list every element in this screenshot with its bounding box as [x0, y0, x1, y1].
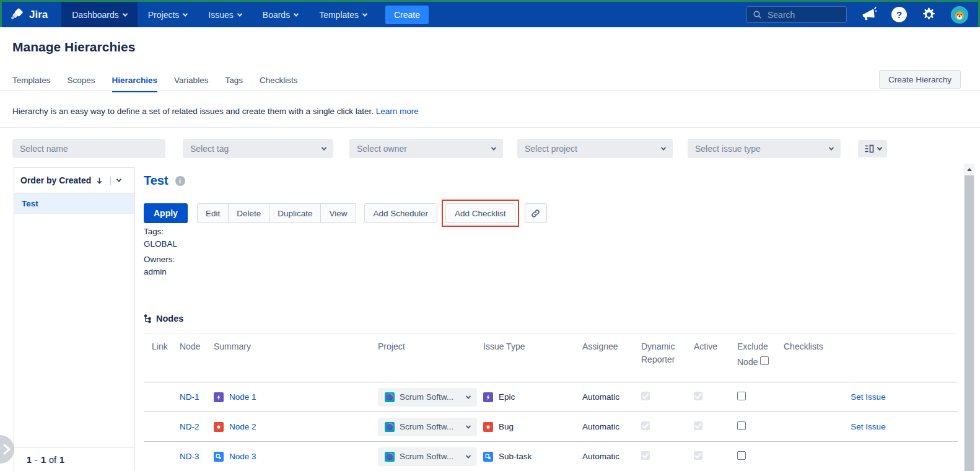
add-scheduler-button[interactable]: Add Scheduler [364, 203, 438, 223]
jira-logo[interactable]: Jira [2, 2, 61, 27]
learn-more-link[interactable]: Learn more [376, 107, 419, 116]
create-hierarchy-button[interactable]: Create Hierarchy [879, 70, 961, 89]
nav-item-issues[interactable]: Issues [198, 2, 252, 27]
action-button-group: Edit Delete Duplicate View [197, 203, 356, 223]
node-key-link[interactable]: ND-2 [180, 422, 199, 431]
gear-icon[interactable] [921, 7, 937, 22]
chevron-down-icon [877, 145, 882, 150]
hierarchy-detail-header: Test i [144, 174, 185, 188]
tab-tags[interactable]: Tags [225, 76, 243, 92]
panel-collapse-handle[interactable] [0, 435, 14, 464]
edit-button[interactable]: Edit [197, 203, 229, 223]
pagination-of: of [49, 455, 56, 465]
nav-item-projects[interactable]: Projects [138, 2, 198, 27]
pagination-total: 1 [59, 455, 64, 465]
name-filter-input[interactable] [20, 144, 158, 154]
chevron-down-icon [661, 145, 666, 150]
link-icon [530, 208, 541, 219]
project-dropdown[interactable]: Scrum Softw... [378, 388, 477, 407]
nav-item-boards[interactable]: Boards [252, 2, 308, 27]
set-issue-link[interactable]: Set Issue [851, 422, 885, 431]
issue-type-label: Sub-task [499, 452, 532, 461]
nav-item-dashboards[interactable]: Dashboards [61, 2, 138, 27]
tags-label: Tags: [144, 226, 177, 238]
filter-project-select[interactable]: Select project [517, 139, 673, 158]
chevron-down-icon [491, 145, 496, 150]
filter-name[interactable] [12, 139, 165, 158]
set-issue-link[interactable]: Set Issue [851, 392, 885, 402]
global-search[interactable] [746, 6, 847, 23]
help-icon[interactable]: ? [891, 7, 907, 22]
nodes-table: Link Node Summary Project Issue Type Ass… [144, 333, 958, 471]
node-summary-link[interactable]: Node 3 [229, 452, 256, 461]
tab-templates[interactable]: Templates [12, 76, 51, 92]
feedback-megaphone-icon[interactable] [860, 6, 878, 24]
hierarchy-meta: Tags: GLOBAL Owners: admin [144, 226, 177, 281]
create-button[interactable]: Create [385, 6, 429, 24]
epic-icon [483, 392, 493, 402]
col-header-summary: Summary [209, 340, 373, 382]
dog-avatar-icon [951, 6, 968, 24]
vertical-scrollbar[interactable] [964, 164, 974, 471]
view-button[interactable]: View [321, 203, 356, 223]
nav-item-templates[interactable]: Templates [308, 2, 377, 27]
page-title: Manage Hierarchies [12, 40, 135, 55]
order-by-header[interactable]: Order by Created | [14, 168, 134, 193]
tab-variables[interactable]: Variables [174, 76, 208, 92]
issue-type-cell: Bug [478, 422, 577, 432]
chevron-down-icon[interactable] [116, 177, 121, 182]
exclude-node-checkbox[interactable] [737, 392, 746, 400]
app-window: Jira Dashboards Projects Issues Boards T… [0, 0, 980, 471]
duplicate-button[interactable]: Duplicate [269, 203, 321, 223]
nodes-table-header: Link Node Summary Project Issue Type Ass… [144, 333, 958, 382]
copy-link-button[interactable] [525, 203, 547, 223]
arrow-down-icon[interactable] [95, 177, 103, 185]
chevron-right-icon [2, 444, 11, 455]
dynamic-reporter-checkbox [641, 451, 650, 460]
col-header-project: Project [373, 340, 478, 382]
exclude-all-checkbox[interactable] [760, 356, 769, 365]
project-name: Scrum Softw... [400, 392, 453, 402]
scrollbar-thumb[interactable] [965, 175, 974, 471]
col-header-checklists: Checklists [779, 340, 958, 382]
view-columns-button[interactable] [858, 140, 887, 157]
node-key-link[interactable]: ND-3 [180, 452, 199, 461]
apply-button[interactable]: Apply [144, 203, 188, 223]
project-avatar-icon [385, 392, 395, 402]
chevron-down-icon [123, 11, 128, 16]
tab-hierarchies[interactable]: Hierarchies [112, 76, 158, 92]
user-avatar[interactable] [951, 6, 968, 24]
col-header-node: Node [175, 340, 209, 382]
search-input[interactable] [768, 10, 836, 20]
filter-tag-select[interactable]: Select tag [183, 139, 333, 158]
chevron-down-icon [362, 11, 367, 16]
node-key-link[interactable]: ND-1 [180, 392, 199, 402]
sidebar-item-test[interactable]: Test [14, 193, 134, 214]
exclude-node-checkbox[interactable] [737, 421, 746, 430]
tab-scopes[interactable]: Scopes [68, 76, 95, 92]
add-checklist-button[interactable]: Add Checklist [445, 203, 515, 223]
active-checkbox [694, 451, 702, 460]
info-icon[interactable]: i [175, 176, 185, 186]
delete-button[interactable]: Delete [229, 203, 269, 223]
tab-bar: Templates Scopes Hierarchies Variables T… [12, 76, 297, 92]
exclude-node-checkbox[interactable] [737, 451, 746, 460]
project-dropdown[interactable]: Scrum Softw... [378, 447, 477, 466]
filter-issue-type-select[interactable]: Select issue type [688, 139, 841, 158]
page-description: Hierarchy is an easy way to define a set… [12, 107, 419, 116]
chevron-down-icon [466, 394, 471, 398]
chevron-down-icon [183, 11, 188, 16]
hierarchy-list-panel: Order by Created | Test 1 - 1 of 1 [14, 167, 135, 471]
table-row: ND-1 Node 1 Scrum Softw... Epic [144, 382, 958, 412]
project-dropdown[interactable]: Scrum Softw... [378, 418, 477, 436]
scroll-up-button[interactable] [964, 164, 974, 175]
owner-filter-label: Select owner [357, 144, 407, 154]
summary-cell: Node 3 [209, 452, 373, 462]
filter-owner-select[interactable]: Select owner [349, 139, 503, 158]
tab-checklists[interactable]: Checklists [260, 76, 298, 92]
node-summary-link[interactable]: Node 1 [229, 392, 256, 402]
assignee-cell: Automatic [577, 452, 636, 461]
col-header-link: Link [144, 340, 175, 382]
node-summary-link[interactable]: Node 2 [229, 422, 256, 431]
owners-label: Owners: [144, 253, 177, 266]
